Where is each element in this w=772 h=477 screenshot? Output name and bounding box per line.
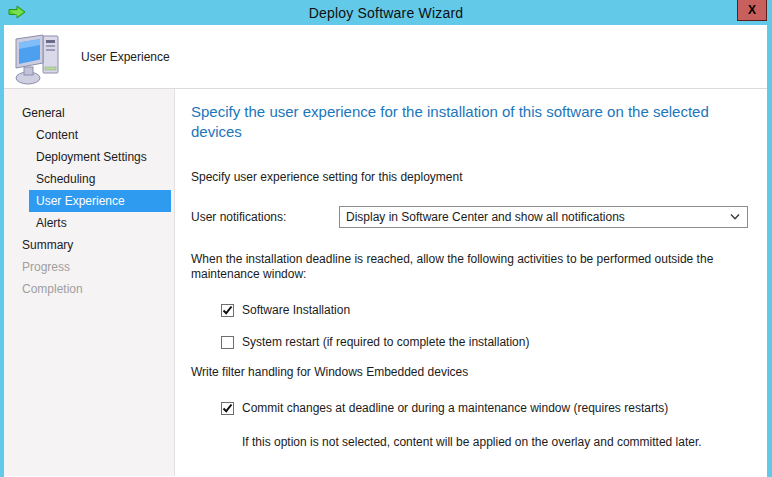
sidebar-item-alerts[interactable]: Alerts bbox=[4, 212, 174, 234]
commit-changes-label: Commit changes at deadline or during a m… bbox=[242, 401, 668, 415]
window-border-right bbox=[767, 25, 772, 477]
checkbox-icon[interactable] bbox=[221, 402, 234, 415]
commit-changes-checkbox-row[interactable]: Commit changes at deadline or during a m… bbox=[221, 401, 748, 415]
sidebar-item-scheduling[interactable]: Scheduling bbox=[4, 168, 174, 190]
user-notifications-row: User notifications: Display in Software … bbox=[191, 206, 748, 228]
titlebar: Deploy Software Wizard X bbox=[0, 0, 772, 25]
window-title: Deploy Software Wizard bbox=[309, 5, 464, 21]
user-notifications-value: Display in Software Center and show all … bbox=[346, 210, 625, 224]
system-restart-checkbox-row[interactable]: System restart (if required to complete … bbox=[221, 335, 748, 349]
close-button[interactable]: X bbox=[737, 0, 767, 21]
checkbox-icon[interactable] bbox=[221, 304, 234, 317]
sidebar-item-user-experience[interactable]: User Experience bbox=[29, 190, 171, 212]
chevron-down-icon bbox=[730, 214, 740, 220]
commit-note: If this option is not selected, content … bbox=[242, 435, 748, 449]
write-filter-label: Write filter handling for Windows Embedd… bbox=[191, 365, 748, 379]
sidebar-item-progress: Progress bbox=[4, 256, 174, 278]
wizard-content: Specify the user experience for the inst… bbox=[175, 89, 767, 476]
sidebar-item-general[interactable]: General bbox=[4, 102, 174, 124]
deploy-software-wizard-window: Deploy Software Wizard X User Expe bbox=[0, 0, 772, 477]
wizard-header: User Experience bbox=[4, 25, 767, 89]
checkbox-icon[interactable] bbox=[221, 336, 234, 349]
deployment-setting-label: Specify user experience setting for this… bbox=[191, 170, 748, 184]
step-title: User Experience bbox=[81, 50, 170, 64]
sidebar-item-content[interactable]: Content bbox=[4, 124, 174, 146]
wizard-steps-sidebar: General Content Deployment Settings Sche… bbox=[4, 89, 175, 476]
window-border-left bbox=[0, 25, 4, 477]
sidebar-item-summary[interactable]: Summary bbox=[4, 234, 174, 256]
sidebar-item-deployment-settings[interactable]: Deployment Settings bbox=[4, 146, 174, 168]
user-notifications-label: User notifications: bbox=[191, 210, 339, 224]
system-restart-label: System restart (if required to complete … bbox=[242, 335, 529, 349]
computer-icon bbox=[13, 31, 65, 87]
sidebar-item-completion: Completion bbox=[4, 278, 174, 300]
page-heading: Specify the user experience for the inst… bbox=[191, 102, 748, 142]
user-notifications-dropdown[interactable]: Display in Software Center and show all … bbox=[339, 206, 748, 228]
wizard-body: General Content Deployment Settings Sche… bbox=[4, 89, 767, 476]
software-installation-checkbox-row[interactable]: Software Installation bbox=[221, 303, 748, 317]
deadline-text: When the installation deadline is reache… bbox=[191, 252, 748, 282]
forward-arrow-icon bbox=[8, 4, 26, 20]
software-installation-label: Software Installation bbox=[242, 303, 350, 317]
